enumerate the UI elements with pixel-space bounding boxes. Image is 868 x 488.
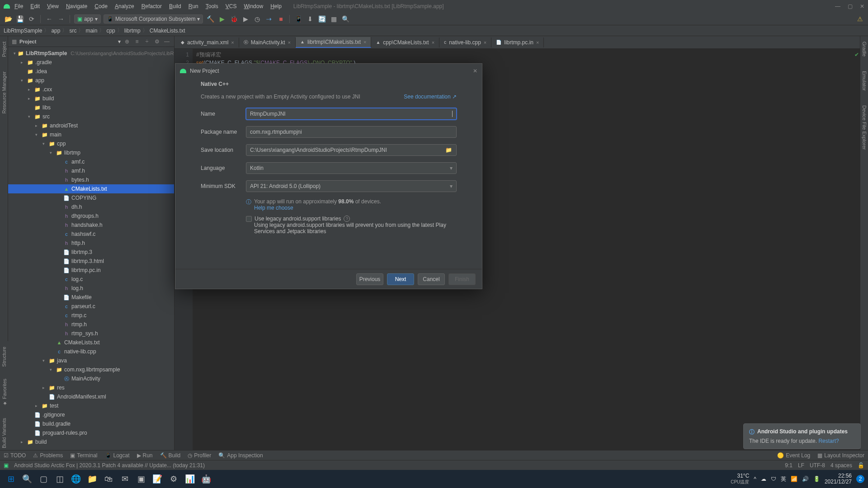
previous-button[interactable]: Previous (356, 273, 383, 285)
security-icon[interactable]: 🛡 (771, 476, 776, 482)
tree-row[interactable]: ▾📁java (8, 356, 174, 365)
breadcrumb[interactable]: LibRtmpSample〉app〉src〉main〉cpp〉librtmp〉C… (0, 25, 868, 36)
bottom-tab-problems[interactable]: ⚠Problems (33, 452, 63, 459)
minimize-icon[interactable]: — (835, 3, 840, 9)
bottom-tab-terminal[interactable]: ▣Terminal (70, 452, 97, 459)
tree-row[interactable]: ▾📁cpp (8, 139, 174, 148)
expand-icon[interactable]: ≡ (133, 38, 141, 45)
tree-row[interactable]: hrtmp_sys.h (8, 329, 174, 338)
tree-row[interactable]: 📄build.gradle (8, 419, 174, 428)
bottom-tab-layout-inspector[interactable]: ▦Layout Inspector (817, 452, 864, 459)
open-icon[interactable]: 📂 (4, 14, 13, 23)
bottom-tab-profiler[interactable]: ◷Profiler (188, 452, 211, 459)
update-notification[interactable]: ⓘAndroid Studio and plugin updates The I… (743, 423, 861, 449)
legacy-checkbox[interactable] (246, 216, 252, 222)
file-encoding[interactable]: UTF-8 (810, 462, 825, 469)
editor-tab[interactable]: ⓀMainActivity.kt× (239, 38, 296, 47)
tab-close-icon[interactable]: × (484, 40, 486, 45)
tree-row[interactable]: ▲CMakeLists.txt (8, 338, 174, 347)
terminal-icon[interactable]: ▣ (134, 472, 148, 486)
clock[interactable]: 22:562021/12/27 (825, 473, 852, 485)
tree-row[interactable]: ▾📁src (8, 112, 174, 121)
package-input[interactable]: com.nxg.rtmpdumpjni (246, 126, 457, 138)
breadcrumb-segment[interactable]: main (85, 28, 97, 34)
forward-icon[interactable]: → (57, 14, 66, 23)
breadcrumb-segment[interactable]: LibRtmpSample (4, 28, 42, 34)
tab-close-icon[interactable]: × (432, 40, 434, 45)
edge-icon[interactable]: 🌐 (69, 472, 83, 486)
browse-icon[interactable]: 📁 (444, 146, 453, 154)
caret-position[interactable]: 9:1 (785, 462, 793, 469)
help-choose-link[interactable]: Help me choose (254, 205, 293, 211)
stop-icon[interactable]: ■ (276, 14, 285, 23)
tree-row[interactable]: hdhgroups.h (8, 211, 174, 221)
tree-row[interactable]: ▾📁librtmp (8, 148, 174, 157)
tree-row[interactable]: ▸📁res (8, 383, 174, 392)
android-studio-icon[interactable]: 🤖 (199, 472, 213, 486)
tree-row[interactable]: 📄Makefile (8, 293, 174, 302)
tree-row[interactable]: ▸📁androidTest (8, 121, 174, 130)
search-taskbar-icon[interactable]: 🔍 (20, 472, 34, 486)
structure-tab[interactable]: Structure (1, 345, 7, 369)
device-dropdown[interactable]: 📱Microsoft Corporation Subsystem▾ (104, 14, 203, 23)
mail-icon[interactable]: ✉ (118, 472, 132, 486)
tree-row[interactable]: ▸📁.gradle (8, 58, 174, 67)
tree-row[interactable]: ▾📁com.nxg.librtmpsample (8, 365, 174, 374)
menu-tools[interactable]: Tools (202, 1, 222, 11)
cancel-button[interactable]: Cancel (418, 273, 445, 285)
breadcrumb-segment[interactable]: src (69, 28, 76, 34)
tree-row[interactable]: hhandshake.h (8, 221, 174, 230)
tree-row[interactable]: hdh.h (8, 202, 174, 211)
weather-widget[interactable]: 31°CCPU温度 (731, 473, 749, 485)
project-tab[interactable]: Project (1, 40, 7, 59)
editor-tab[interactable]: ▲librtmp\CMakeLists.txt× (296, 37, 371, 48)
structure-icon[interactable]: ▦ (329, 14, 338, 23)
ime-icon[interactable]: 英 (781, 475, 786, 483)
breadcrumb-segment[interactable]: cpp (106, 28, 115, 34)
save-icon[interactable]: 💾 (15, 14, 24, 23)
explorer-icon[interactable]: 📁 (85, 472, 99, 486)
attach-icon[interactable]: ⇢ (264, 14, 274, 23)
menu-code[interactable]: Code (91, 1, 111, 11)
avd-icon[interactable]: 📱 (294, 14, 303, 23)
editor-tab[interactable]: ▲cpp\CMakeLists.txt× (371, 38, 439, 47)
language-select[interactable]: Kotlin▾ (246, 162, 457, 174)
menu-run[interactable]: Run (185, 1, 202, 11)
menu-window[interactable]: Window (240, 1, 267, 11)
notification-icon[interactable]: ⚠ (855, 14, 864, 23)
breadcrumb-segment[interactable]: librtmp (124, 28, 141, 34)
widgets-icon[interactable]: ◫ (52, 472, 67, 486)
see-documentation-link[interactable]: See documentation ↗ (404, 94, 457, 100)
search-icon[interactable]: 🔍 (341, 14, 350, 23)
breadcrumb-segment[interactable]: app (51, 28, 60, 34)
tree-row[interactable]: cnative-lib.cpp (8, 347, 174, 356)
tree-row[interactable]: cparseurl.c (8, 302, 174, 311)
tree-row[interactable]: ▸📁test (8, 401, 174, 410)
analysis-ok-icon[interactable]: ✔ (854, 52, 859, 58)
tree-row[interactable]: hamf.h (8, 166, 174, 175)
restart-link[interactable]: Restart? (818, 438, 839, 444)
start-icon[interactable]: ⊞ (4, 472, 18, 486)
build-variants-tab[interactable]: Build Variants (1, 416, 7, 450)
word-icon[interactable]: 📝 (150, 472, 165, 486)
minsdk-select[interactable]: API 21: Android 5.0 (Lollipop)▾ (246, 180, 457, 192)
back-icon[interactable]: ← (45, 14, 54, 23)
tree-row[interactable]: ⓀMainActivity (8, 374, 174, 383)
bottom-tab-event-log[interactable]: 🟡Event Log (777, 452, 810, 459)
notification-badge[interactable]: 2 (856, 475, 864, 483)
menu-refactor[interactable]: Refactor (138, 1, 165, 11)
bottom-tab-build[interactable]: 🔨Build (160, 452, 181, 459)
sdk-icon[interactable]: ⬇ (306, 14, 315, 23)
tab-close-icon[interactable]: × (288, 40, 291, 45)
bottom-tab-app-inspection[interactable]: 🔍App Inspection (218, 452, 263, 459)
tray-chevron-icon[interactable]: ^ (754, 476, 756, 482)
indent-setting[interactable]: 4 spaces (830, 462, 852, 469)
tree-row[interactable]: ▸📁build (8, 437, 174, 446)
taskview-icon[interactable]: ▢ (36, 472, 51, 486)
editor-tab[interactable]: cnative-lib.cpp× (439, 38, 491, 47)
save-location-input[interactable]: C:\Users\xiangang\AndroidStudioProjects\… (246, 144, 457, 156)
target-icon[interactable]: ⊕ (123, 38, 131, 45)
menu-build[interactable]: Build (165, 1, 185, 11)
tab-close-icon[interactable]: × (536, 40, 539, 45)
tree-row[interactable]: hbytes.h (8, 175, 174, 184)
